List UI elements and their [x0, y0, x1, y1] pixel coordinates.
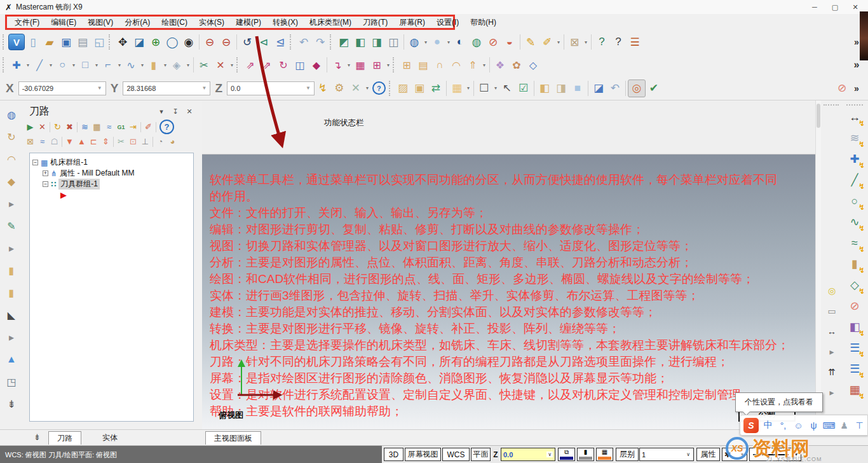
create-spline-icon[interactable]: ∿	[123, 57, 139, 73]
panel-help-icon[interactable]: ?	[159, 120, 174, 134]
screen-view-button[interactable]: 屏幕视图	[405, 448, 441, 461]
panel-menu-icon[interactable]: ▾	[157, 107, 166, 116]
stats-pie-icon[interactable]: ◕	[166, 135, 179, 148]
dropdown-caret-icon[interactable]: ▾	[93, 57, 100, 73]
quick-solid-icon[interactable]: ▮↯	[846, 256, 863, 272]
dropdown-caret-icon[interactable]: ▾	[229, 57, 235, 73]
stock-rotate-icon[interactable]: ↻	[4, 129, 19, 144]
post-g1-icon[interactable]: G1	[115, 121, 127, 133]
menu-item[interactable]: 绘图(C)	[156, 17, 193, 28]
quick-disable-icon[interactable]: ⊘	[846, 298, 863, 314]
tree-item-machine-group[interactable]: − ▦ 机床群组-1	[32, 157, 191, 168]
scrollbar-thumb[interactable]	[817, 104, 820, 128]
tree-item-label[interactable]: 属性 - Mill Default MM	[60, 168, 134, 179]
extrude-surface-icon[interactable]: ⇑	[465, 57, 481, 73]
dropdown-caret-icon[interactable]: ▾	[481, 57, 487, 73]
menu-item[interactable]: 屏幕(R)	[393, 17, 431, 28]
collapse-dock-icon[interactable]: ⇟	[4, 396, 19, 411]
create-rectangle-icon[interactable]: □	[77, 57, 93, 73]
flyout-arrow-icon[interactable]: ▸	[4, 240, 19, 256]
select-range-icon[interactable]: ☐	[476, 80, 492, 97]
insert-indent-icon[interactable]: ⊏	[88, 135, 100, 148]
parallel-dimension-icon[interactable]: ⇈	[825, 365, 839, 379]
view-top-icon[interactable]: ◫	[385, 34, 402, 50]
create-circle-icon[interactable]: ○	[54, 57, 71, 73]
menu-item[interactable]: 建模(P)	[230, 17, 267, 28]
maximize-restore-button[interactable]: ▢	[826, 1, 844, 13]
zoom-dynamic-icon[interactable]: ◉	[180, 34, 197, 50]
chinese-mode-icon[interactable]: 中	[762, 418, 774, 432]
delete-operations-icon[interactable]: ✖	[64, 121, 76, 133]
dropdown-caret-icon[interactable]: ▾	[364, 80, 370, 97]
skin-icon[interactable]: ⊤	[853, 418, 865, 432]
light-adjust-icon[interactable]: ◎	[825, 284, 839, 298]
analyze-entity-icon[interactable]: ?	[593, 34, 610, 50]
collapse-panel-icon[interactable]: ⇟	[34, 432, 41, 442]
select-arrow-icon[interactable]: ↖	[499, 80, 515, 97]
select-last-icon[interactable]: ↶	[607, 80, 623, 97]
flat-boundary-surface-icon[interactable]: ▤	[415, 57, 431, 73]
shaded-edges-icon[interactable]: ◐	[452, 34, 468, 50]
z-depth-input[interactable]: 0.0∨	[501, 448, 555, 461]
capsule-up-icon[interactable]: ▲	[4, 352, 19, 367]
create-point-icon[interactable]: ✚	[8, 57, 25, 73]
select-polygon-icon[interactable]: ▨	[395, 80, 411, 97]
quick-dimension-icon[interactable]: ↔↯	[846, 109, 863, 125]
plane-button[interactable]: 平面	[471, 448, 491, 461]
account-icon[interactable]: ♟	[838, 418, 850, 432]
tab-viewsheet[interactable]: 主视图面板	[205, 431, 261, 445]
dock-grip[interactable]	[846, 104, 863, 106]
stock-block-2-icon[interactable]: ▮	[4, 285, 19, 300]
viewport-canvas[interactable]: 软件菜单工具栏，通过菜单栏可以实现不同功能的分区，从而方便快捷的使用软件，每个菜…	[202, 155, 815, 429]
hidden-removal-icon[interactable]: ⊘	[485, 34, 501, 50]
quick-line-icon[interactable]: ╱↯	[846, 172, 863, 188]
cone-icon[interactable]: ◣	[4, 307, 19, 322]
quick-attributes-icon[interactable]: ☰↯	[846, 361, 863, 377]
dropdown-caret-icon[interactable]: ▾	[583, 34, 589, 50]
punctuation-icon[interactable]: °,	[777, 418, 789, 432]
print-icon[interactable]: ▤	[74, 34, 91, 50]
menu-item[interactable]: 实体(S)	[193, 17, 230, 28]
wireframe-box-icon[interactable]: ◳	[4, 374, 19, 389]
dropdown-caret-icon[interactable]: ▾	[346, 57, 352, 73]
view-right-icon[interactable]: ◨	[369, 34, 385, 50]
swept-surface-icon[interactable]: ◠	[448, 57, 465, 73]
translucency-icon[interactable]: ◒	[501, 34, 518, 50]
select-solid-blue-icon[interactable]: ■	[569, 80, 586, 97]
chamfer-block-icon[interactable]: ◆	[4, 174, 19, 189]
menu-item[interactable]: 帮助(H)	[465, 17, 502, 28]
sogou-logo-icon[interactable]: S	[743, 418, 759, 433]
dropdown-caret-icon[interactable]: ▾	[71, 57, 77, 73]
entity-color-button[interactable]: ⧉	[558, 448, 575, 461]
autocursor-config-icon[interactable]: ⚙	[331, 80, 348, 97]
y-coord-input[interactable]: 28.31668▼	[123, 81, 210, 95]
dropdown-caret-icon[interactable]: ▾	[423, 34, 429, 50]
voice-input-icon[interactable]: ψ	[808, 418, 820, 432]
dropdown-caret-icon[interactable]: ▾	[385, 57, 391, 73]
dropdown-caret-icon[interactable]: ▾	[48, 57, 54, 73]
level-input[interactable]: 1∨	[639, 448, 694, 461]
mesh-display-icon[interactable]: ◍	[468, 34, 485, 50]
wireframe-display-icon[interactable]: ◍	[406, 34, 423, 50]
fit-dimension-icon[interactable]: ↔	[825, 324, 839, 338]
xform-dynamic-icon[interactable]: ◆	[308, 57, 325, 73]
menu-item[interactable]: 设置(I)	[431, 17, 465, 28]
wcs-button[interactable]: WCS	[442, 448, 470, 461]
ghost-operations-icon[interactable]: ☖	[48, 135, 60, 148]
scroll-insert-icon[interactable]: ⇕	[100, 135, 112, 148]
dynamic-rotate-icon[interactable]: ⊲	[255, 34, 272, 50]
select-all-operations-icon[interactable]: ▶	[24, 121, 36, 133]
analyze-chain-icon[interactable]: ☰	[627, 34, 643, 50]
backplot-icon[interactable]: ≋	[79, 121, 91, 133]
quick-palette-icon[interactable]: ▦↯	[846, 382, 863, 398]
dropdown-caret-icon[interactable]: ▾	[116, 57, 123, 73]
move-insert-up-icon[interactable]: ▲	[76, 135, 88, 148]
pencil-icon[interactable]: ✎	[522, 34, 539, 50]
collapse-box-icon[interactable]: −	[32, 160, 38, 165]
create-surface-icon[interactable]: ◈	[168, 57, 185, 73]
open-file-icon[interactable]: ▰	[41, 34, 58, 50]
loft-surface-icon[interactable]: ∩	[431, 57, 448, 73]
close-panel-icon[interactable]: ✕	[185, 107, 194, 116]
collapse-box-icon[interactable]: −	[43, 181, 48, 187]
z-coord-input[interactable]: 0.0▼	[227, 81, 315, 95]
